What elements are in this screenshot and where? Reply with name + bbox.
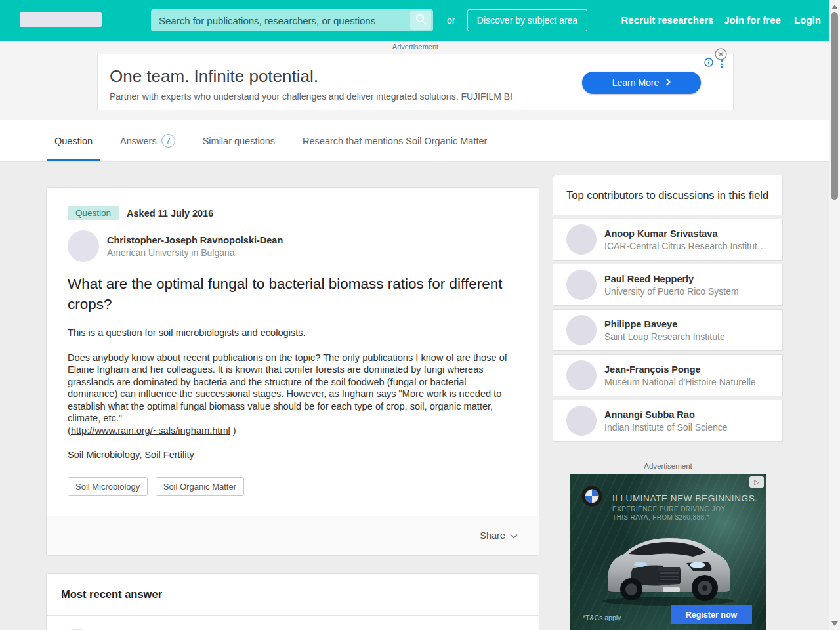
bmw-ad-headline: ILLUMINATE NEW BEGINNINGS. <box>612 494 758 503</box>
top-nav: Recruit researchers Join for free Login <box>616 0 829 41</box>
discover-subject-button[interactable]: Discover by subject area <box>467 9 587 32</box>
sidebar: Top contributors to discussions in this … <box>553 175 783 630</box>
scrollbar-thumb[interactable] <box>831 12 838 200</box>
most-recent-answer-heading: Most recent answer <box>47 574 539 616</box>
question-title: What are the optimal fungal to bacterial… <box>68 274 514 314</box>
top-ad-section: Advertisement One team. Infinite potenti… <box>0 41 829 120</box>
contributor-name[interactable]: Philippe Baveye <box>604 319 725 329</box>
contributor-avatar[interactable] <box>566 315 597 345</box>
contributor-affiliation: Indian Institute of Soil Science <box>604 422 728 432</box>
learn-more-button[interactable]: Learn More <box>582 72 701 94</box>
adchoices-icon[interactable]: ▷ <box>749 476 764 488</box>
tab-research-mentions[interactable]: Research that mentions Soil Organic Matt… <box>295 120 494 161</box>
question-tabs: Question Answers 7 Similar questions Res… <box>0 120 829 162</box>
question-footer: Share <box>47 516 539 555</box>
question-paragraph-1: This is a question for soil microbiologi… <box>68 327 518 339</box>
link-suffix: ) <box>230 425 236 436</box>
nav-login[interactable]: Login <box>786 0 829 41</box>
tag-soil-organic-matter[interactable]: Soil Organic Matter <box>156 477 244 496</box>
contributor-name[interactable]: Annangi Subba Rao <box>604 410 728 420</box>
ad-info-icon[interactable] <box>704 58 713 70</box>
bmw-ad-terms: *T&Cs apply. <box>583 614 623 621</box>
contributor-avatar[interactable] <box>566 270 597 300</box>
close-ad-icon[interactable] <box>715 48 727 62</box>
asked-date: Asked 11 July 2016 <box>127 208 213 219</box>
question-author-name[interactable]: Christopher-Joseph Ravnopolski-Dean <box>107 235 283 245</box>
tab-similar-label: Similar questions <box>203 136 275 146</box>
search-input[interactable] <box>151 15 410 26</box>
researchgate-logo[interactable] <box>20 12 102 27</box>
page-scrollbar[interactable] <box>829 0 840 630</box>
page: or Discover by subject area Recruit rese… <box>0 0 829 630</box>
ad-body-text: Partner with experts who understand your… <box>110 91 513 102</box>
question-card: Question Asked 11 July 2016 Christopher-… <box>46 187 539 556</box>
contributor-row[interactable]: Philippe Baveye Saint Loup Research Inst… <box>553 309 783 351</box>
top-contributors-heading: Top contributors to discussions in this … <box>553 175 783 215</box>
contributor-row[interactable]: Paul Reed Hepperly University of Puerto … <box>553 264 783 306</box>
question-tags: Soil Microbiology Soil Organic Matter <box>68 477 518 496</box>
question-author-affiliation: American University in Bulgaria <box>107 247 283 258</box>
contributor-avatar[interactable] <box>566 360 597 390</box>
contributor-affiliation: University of Puerto Rico System <box>604 286 739 297</box>
tab-question[interactable]: Question <box>47 120 100 161</box>
tab-question-label: Question <box>54 136 93 146</box>
chevron-down-icon <box>510 530 518 541</box>
share-button[interactable]: Share <box>480 530 518 541</box>
contributor-name[interactable]: Paul Reed Hepperly <box>604 274 739 284</box>
bmw-logo <box>581 486 602 509</box>
learn-more-label: Learn More <box>612 77 660 88</box>
search-bar <box>151 9 433 32</box>
top-ad-banner[interactable]: One team. Infinite potential. Partner wi… <box>97 54 734 110</box>
question-topics-line: Soil Microbiology, Soil Fertility <box>68 449 518 461</box>
tab-similar-questions[interactable]: Similar questions <box>196 120 282 161</box>
scroll-down-arrow-icon[interactable] <box>831 621 838 626</box>
tab-answers-label: Answers <box>120 136 157 146</box>
search-icon <box>415 14 427 27</box>
advertisement-label: Advertisement <box>97 43 734 51</box>
bmw-ad-subline-1: EXPERIENCE PURE DRIVING JOY <box>612 505 726 513</box>
chevron-right-icon <box>665 77 671 88</box>
contributor-row[interactable]: Anoop Kumar Srivastava ICAR-Central Citr… <box>553 219 783 261</box>
register-now-button[interactable]: Register now <box>671 605 752 624</box>
tab-research-label: Research that mentions Soil Organic Matt… <box>303 136 487 146</box>
main-content: Question Asked 11 July 2016 Christopher-… <box>0 162 829 630</box>
question-type-badge: Question <box>68 206 119 220</box>
or-label: or <box>447 0 455 41</box>
nav-recruit-researchers[interactable]: Recruit researchers <box>616 0 719 41</box>
contributor-row[interactable]: Annangi Subba Rao Indian Institute of So… <box>553 400 783 442</box>
share-label: Share <box>480 530 505 541</box>
contributor-avatar[interactable] <box>566 406 597 436</box>
tag-soil-microbiology[interactable]: Soil Microbiology <box>68 477 148 496</box>
question-author-avatar[interactable] <box>68 230 99 262</box>
tab-answers[interactable]: Answers 7 <box>113 120 182 161</box>
bmw-ad-subline-2: THIS RAYA, FROM $260,888.* <box>612 514 709 521</box>
contributor-affiliation: Muséum National d'Histoire Naturelle <box>604 377 756 387</box>
advertisement-label: Advertisement <box>570 462 766 470</box>
scroll-up-arrow-icon[interactable] <box>831 5 838 9</box>
contributor-row[interactable]: Jean-François Ponge Muséum National d'Hi… <box>553 354 783 396</box>
contributor-name[interactable]: Anoop Kumar Srivastava <box>604 228 766 239</box>
answers-count-badge: 7 <box>161 134 175 148</box>
bmw-ad-banner[interactable]: ▷ ILLUMINATE NEW BEGINNINGS. EXPERIENCE … <box>570 474 766 630</box>
most-recent-answer-card: Most recent answer Anoop Kumar Srivastav… <box>46 573 539 630</box>
contributor-name[interactable]: Jean-François Ponge <box>604 364 756 375</box>
top-header: or Discover by subject area Recruit rese… <box>0 0 829 41</box>
nav-join-for-free[interactable]: Join for free <box>719 0 786 41</box>
search-button[interactable] <box>410 11 431 30</box>
contributor-affiliation: Saint Loup Research Institute <box>604 331 725 342</box>
contributor-avatar[interactable] <box>566 224 597 255</box>
question-link-line: (http://www.rain.org/~sals/ingham.html ) <box>68 425 518 437</box>
bmw-car-image <box>595 525 742 610</box>
answer-author-row: Anoop Kumar Srivastava ICAR-Central Citr… <box>47 616 539 630</box>
ad-headline: One team. Infinite potential. <box>110 66 318 87</box>
question-column: Question Asked 11 July 2016 Christopher-… <box>46 162 539 630</box>
contributor-affiliation: ICAR-Central Citrus Research Institut… <box>604 241 766 251</box>
question-paragraph-2: Does anybody know about recent publicati… <box>68 352 518 425</box>
ingham-link[interactable]: http://www.rain.org/~sals/ingham.html <box>71 425 230 436</box>
